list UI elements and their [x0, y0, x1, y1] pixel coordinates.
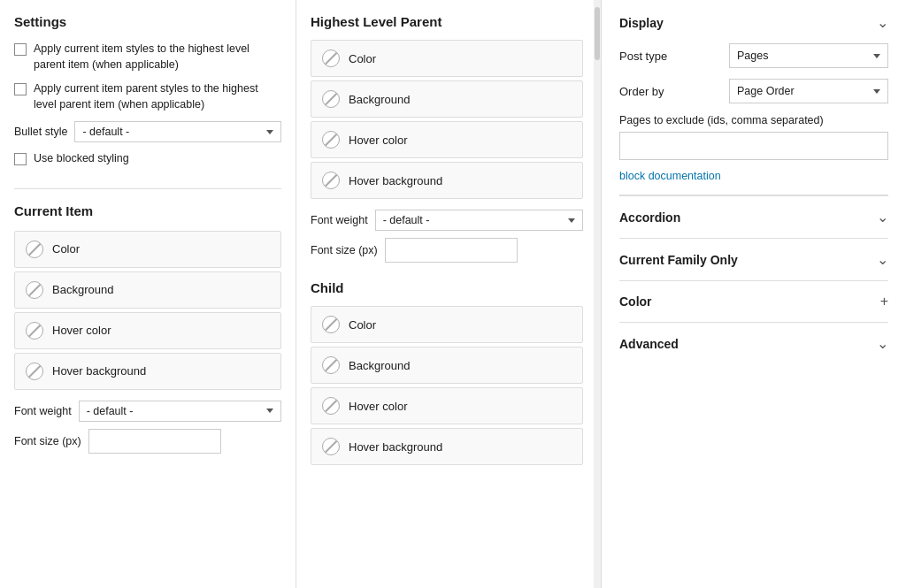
current-hover-background-circle	[26, 363, 43, 380]
order-by-label: Order by	[619, 85, 664, 98]
hlp-font-weight-row: Font weight - default -	[311, 210, 583, 231]
checkbox-row-1: Apply current item styles to the highest…	[14, 42, 281, 73]
current-background-option[interactable]: Background	[14, 271, 281, 309]
checkbox-1-label: Apply current item styles to the highest…	[34, 42, 281, 73]
checkbox-row-3: Use blocked styling	[14, 151, 281, 167]
hlp-hover-background-label: Hover background	[349, 174, 442, 187]
current-color-circle	[26, 241, 43, 258]
current-family-header[interactable]: Current Family Only ⌄	[619, 251, 888, 268]
accordion-header[interactable]: Accordion ⌄	[619, 209, 888, 225]
current-hover-color-label: Hover color	[52, 324, 111, 337]
hlp-font-size-input[interactable]	[385, 238, 518, 263]
hlp-font-size-row: Font size (px)	[311, 238, 583, 263]
current-hover-background-label: Hover background	[52, 364, 146, 378]
child-title: Child	[311, 280, 583, 295]
hlp-background-label: Background	[349, 93, 410, 106]
current-hover-color-circle	[26, 322, 43, 340]
post-type-label: Post type	[619, 50, 667, 63]
bullet-style-row: Bullet style - default -	[14, 121, 281, 142]
current-hover-background-option[interactable]: Hover background	[14, 353, 281, 390]
hlp-hover-color-option[interactable]: Hover color	[311, 121, 583, 158]
settings-title: Settings	[14, 14, 281, 29]
hlp-color-option[interactable]: Color	[311, 40, 583, 77]
advanced-header[interactable]: Advanced ⌄	[619, 335, 888, 352]
current-background-label: Background	[52, 283, 113, 296]
display-header: Display ⌄	[619, 14, 888, 31]
current-font-weight-row: Font weight - default -	[14, 401, 281, 422]
accordion-title: Accordion	[619, 210, 680, 225]
pages-exclude-input[interactable]	[619, 132, 888, 160]
bullet-style-label: Bullet style	[14, 126, 67, 138]
current-background-circle	[26, 281, 43, 299]
checkbox-row-2: Apply current item parent styles to the …	[14, 81, 281, 112]
hlp-color-label: Color	[349, 52, 376, 65]
child-background-circle	[322, 356, 340, 374]
child-hover-color-circle	[322, 397, 340, 415]
current-font-size-label: Font size (px)	[14, 435, 81, 447]
child-background-option[interactable]: Background	[311, 347, 583, 384]
checkbox-2-label: Apply current item parent styles to the …	[34, 81, 281, 112]
child-color-option[interactable]: Color	[311, 306, 583, 343]
middle-panel: Highest Level Parent Color Background Ho…	[296, 0, 602, 588]
color-plus-icon: +	[880, 294, 888, 309]
hlp-background-option[interactable]: Background	[311, 80, 583, 118]
block-doc-link[interactable]: block documentation	[619, 170, 721, 182]
hlp-hover-background-option[interactable]: Hover background	[311, 162, 583, 199]
hlp-color-circle	[322, 50, 340, 67]
post-type-select[interactable]: Pages Posts Custom	[729, 43, 888, 68]
current-family-chevron-icon: ⌄	[877, 251, 888, 268]
checkbox-3-label: Use blocked styling	[34, 151, 129, 167]
child-section: Child Color Background Hover color Hover…	[311, 280, 583, 465]
hlp-font-weight-select[interactable]: - default -	[375, 210, 583, 231]
order-by-select[interactable]: Page Order Title Date	[729, 79, 888, 103]
accordion-section: Accordion ⌄	[619, 195, 888, 238]
current-font-size-row: Font size (px)	[14, 429, 281, 454]
highest-level-title: Highest Level Parent	[311, 14, 583, 29]
child-hover-background-circle	[322, 438, 340, 455]
display-chevron-icon[interactable]: ⌄	[877, 14, 888, 31]
current-family-title: Current Family Only	[619, 253, 738, 267]
current-color-label: Color	[52, 242, 80, 256]
display-section: Display ⌄ Post type Pages Posts Custom O…	[619, 14, 888, 195]
right-panel: Display ⌄ Post type Pages Posts Custom O…	[602, 0, 906, 588]
advanced-chevron-icon: ⌄	[877, 335, 888, 352]
child-hover-background-label: Hover background	[349, 440, 442, 454]
hlp-font-weight-label: Font weight	[311, 214, 368, 226]
left-panel: Settings Apply current item styles to th…	[0, 0, 296, 588]
pages-exclude-section: Pages to exclude (ids, comma separated)	[619, 114, 888, 169]
current-font-size-input[interactable]	[88, 429, 221, 454]
current-item-section: Current Item Color Background Hover colo…	[14, 188, 281, 454]
pages-exclude-label: Pages to exclude (ids, comma separated)	[619, 114, 888, 126]
child-hover-background-option[interactable]: Hover background	[311, 428, 583, 465]
color-header[interactable]: Color +	[619, 294, 888, 309]
current-family-section: Current Family Only ⌄	[619, 238, 888, 280]
color-title: Color	[619, 294, 652, 309]
current-item-title: Current Item	[14, 203, 281, 218]
advanced-section: Advanced ⌄	[619, 322, 888, 364]
checkbox-3[interactable]	[14, 153, 27, 165]
child-hover-color-option[interactable]: Hover color	[311, 387, 583, 424]
accordion-chevron-icon: ⌄	[877, 209, 888, 225]
current-font-weight-label: Font weight	[14, 405, 72, 417]
bullet-style-select[interactable]: - default -	[74, 121, 281, 142]
settings-section: Settings Apply current item styles to th…	[14, 14, 281, 167]
child-color-circle	[322, 316, 340, 333]
order-by-row: Order by Page Order Title Date	[619, 79, 888, 103]
advanced-title: Advanced	[619, 337, 679, 351]
scroll-indicator	[594, 0, 601, 588]
hlp-hover-color-label: Hover color	[349, 134, 407, 147]
color-section: Color +	[619, 280, 888, 322]
post-type-row: Post type Pages Posts Custom	[619, 43, 888, 68]
current-color-option[interactable]: Color	[14, 231, 281, 268]
highest-level-section: Highest Level Parent Color Background Ho…	[311, 14, 583, 263]
checkbox-1[interactable]	[14, 43, 27, 56]
scroll-thumb	[595, 7, 600, 60]
child-hover-color-label: Hover color	[349, 400, 407, 413]
hlp-font-size-label: Font size (px)	[311, 244, 378, 256]
hlp-hover-color-circle	[322, 131, 340, 149]
child-color-label: Color	[349, 318, 376, 332]
current-font-weight-select[interactable]: - default -	[79, 401, 281, 422]
hlp-hover-background-circle	[322, 172, 340, 189]
current-hover-color-option[interactable]: Hover color	[14, 312, 281, 349]
checkbox-2[interactable]	[14, 83, 27, 95]
